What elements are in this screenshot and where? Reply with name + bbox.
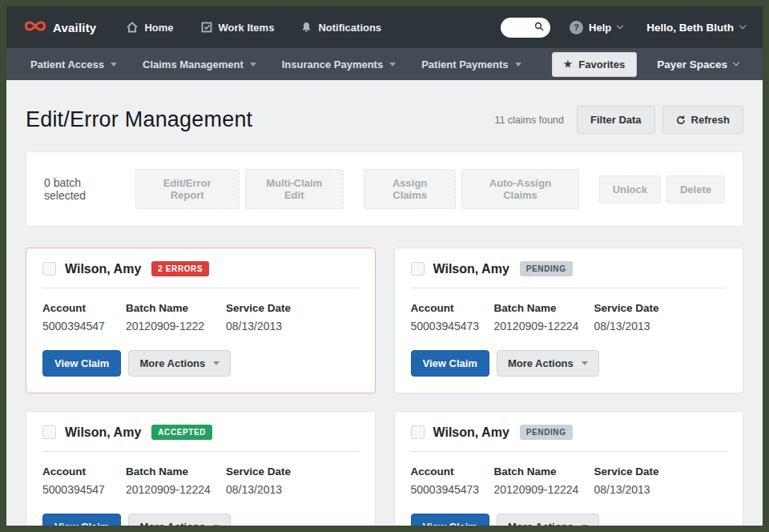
- service-date-field: Service Date 08/13/2013: [594, 302, 659, 332]
- card-divider: [42, 451, 359, 452]
- subnav-item-label: Claims Management: [143, 58, 244, 71]
- service-date-field: Service Date 08/13/2013: [226, 302, 291, 332]
- batch-name-label: Batch Name: [126, 302, 226, 314]
- more-actions-button[interactable]: More Actions: [128, 514, 231, 526]
- subnav-item-label: Patient Access: [30, 58, 104, 71]
- view-claim-button[interactable]: View Claim: [411, 514, 489, 526]
- search-pill[interactable]: [501, 18, 550, 38]
- more-actions-label: More Actions: [508, 521, 574, 526]
- service-date-label: Service Date: [594, 302, 659, 314]
- claim-card: Wilson, Amy 2 ERRORS Account 5000394547 …: [26, 248, 376, 393]
- work-items-icon: [201, 22, 212, 33]
- service-date-label: Service Date: [226, 466, 291, 478]
- chevron-down-icon: [739, 22, 746, 29]
- search-input[interactable]: [509, 22, 534, 32]
- more-actions-label: More Actions: [139, 521, 205, 526]
- favorites-label: Favorites: [578, 58, 625, 71]
- more-actions-button[interactable]: More Actions: [497, 350, 599, 377]
- claim-card: Wilson, Amy PENDING Account 50003945473 …: [394, 411, 744, 526]
- more-actions-button[interactable]: More Actions: [497, 514, 599, 526]
- caret-down-icon: [582, 525, 588, 526]
- search-icon[interactable]: [534, 20, 544, 34]
- caret-down-icon: [213, 525, 219, 526]
- caret-down-icon: [582, 361, 588, 365]
- nav-item-home[interactable]: Home: [127, 22, 173, 34]
- user-greeting: Hello, Beth Bluth: [646, 22, 734, 34]
- claim-actions: View Claim More Actions: [411, 514, 727, 526]
- account-label: Account: [411, 302, 494, 314]
- account-field: Account 50003945473: [411, 466, 494, 496]
- filter-data-button[interactable]: Filter Data: [577, 106, 655, 134]
- claim-fields: Account 5000394547 Batch Name 20120909-1…: [42, 466, 359, 496]
- claim-checkbox[interactable]: [42, 425, 56, 439]
- availity-logo[interactable]: Availity: [24, 18, 96, 37]
- batch-name-field: Batch Name 20120909-12224: [126, 466, 226, 496]
- chevron-down-icon: [617, 22, 623, 29]
- view-claim-button[interactable]: View Claim: [42, 514, 121, 526]
- claim-card-header: Wilson, Amy ACCEPTED: [42, 425, 359, 440]
- view-claim-button[interactable]: View Claim: [42, 350, 121, 377]
- account-label: Account: [42, 466, 126, 478]
- batch-name-value: 20120909-12224: [126, 483, 226, 496]
- batch-name-field: Batch Name 20120909-12224: [494, 466, 594, 496]
- service-date-value: 08/13/2013: [594, 320, 659, 332]
- claims-grid: Wilson, Amy 2 ERRORS Account 5000394547 …: [26, 248, 743, 526]
- claim-actions: View Claim More Actions: [411, 350, 727, 377]
- claim-patient-name: Wilson, Amy: [433, 262, 509, 276]
- subnav-item-label: Patient Payments: [421, 58, 508, 71]
- help-icon: ?: [570, 21, 583, 34]
- batch-name-value: 20120909-12224: [494, 483, 594, 496]
- account-field: Account 5000394547: [42, 302, 126, 332]
- nav-item-work-items[interactable]: Work Items: [201, 22, 275, 34]
- subnav-item-patient-payments[interactable]: Patient Payments: [421, 58, 521, 71]
- claim-card-header: Wilson, Amy PENDING: [411, 261, 727, 276]
- status-badge: PENDING: [520, 425, 573, 440]
- unlock-button[interactable]: Unlock: [599, 175, 661, 204]
- assign-claims-button[interactable]: Assign Claims: [364, 169, 456, 209]
- subnav-item-claims-management[interactable]: Claims Management: [143, 58, 256, 71]
- delete-button[interactable]: Delete: [666, 175, 725, 204]
- card-divider: [411, 288, 727, 288]
- favorites-button[interactable]: ★ Favorites: [552, 52, 638, 77]
- subnav-item-label: Insurance Payments: [282, 58, 383, 71]
- auto-assign-claims-button[interactable]: Auto-Assign Claims: [461, 169, 578, 209]
- batch-toolbar: 0 batch selected Edit/Error Report Multi…: [26, 151, 743, 227]
- subnav-item-insurance-payments[interactable]: Insurance Payments: [282, 58, 396, 71]
- top-navbar: Availity Home Work Items Notifications: [6, 6, 763, 48]
- page-header: Edit/Error Management 11 claims found Fi…: [26, 106, 743, 134]
- more-actions-button[interactable]: More Actions: [128, 350, 231, 377]
- edit-error-report-button[interactable]: Edit/Error Report: [135, 169, 240, 209]
- view-claim-button[interactable]: View Claim: [411, 350, 489, 377]
- claim-card: Wilson, Amy ACCEPTED Account 5000394547 …: [26, 411, 376, 526]
- batch-name-label: Batch Name: [126, 466, 226, 478]
- user-menu[interactable]: Hello, Beth Bluth: [646, 22, 745, 34]
- status-badge: ACCEPTED: [151, 425, 212, 440]
- claim-checkbox[interactable]: [42, 262, 56, 276]
- refresh-button[interactable]: Refresh: [662, 106, 743, 134]
- subnav-item-patient-access[interactable]: Patient Access: [30, 58, 117, 71]
- help-menu[interactable]: ? Help: [570, 21, 622, 34]
- batch-name-field: Batch Name 20120909-12224: [494, 302, 594, 332]
- service-date-field: Service Date 08/13/2013: [226, 466, 291, 496]
- service-date-value: 08/13/2013: [226, 320, 291, 332]
- payer-spaces-menu[interactable]: Payer Spaces: [657, 58, 739, 71]
- caret-down-icon: [213, 361, 219, 365]
- card-divider: [411, 451, 727, 452]
- page-title: Edit/Error Management: [26, 107, 252, 132]
- account-field: Account 5000394547: [42, 466, 126, 496]
- account-value: 5000394547: [42, 483, 126, 496]
- claim-fields: Account 5000394547 Batch Name 20120909-1…: [42, 302, 359, 332]
- nav-item-home-label: Home: [144, 22, 173, 34]
- claims-count: 11 claims found: [494, 115, 564, 126]
- caret-down-icon: [111, 62, 117, 66]
- payer-spaces-label: Payer Spaces: [657, 58, 727, 71]
- claim-checkbox[interactable]: [411, 262, 425, 276]
- more-actions-label: More Actions: [508, 357, 574, 369]
- secondary-navbar: Patient Access Claims Management Insuran…: [6, 48, 763, 80]
- batch-name-label: Batch Name: [494, 302, 594, 314]
- nav-item-notifications[interactable]: Notifications: [301, 22, 381, 34]
- multi-claim-edit-button[interactable]: Multi-Claim Edit: [245, 169, 344, 209]
- batch-name-value: 20120909-12224: [494, 320, 594, 332]
- claim-checkbox[interactable]: [411, 425, 425, 439]
- nav-item-work-items-label: Work Items: [219, 22, 275, 34]
